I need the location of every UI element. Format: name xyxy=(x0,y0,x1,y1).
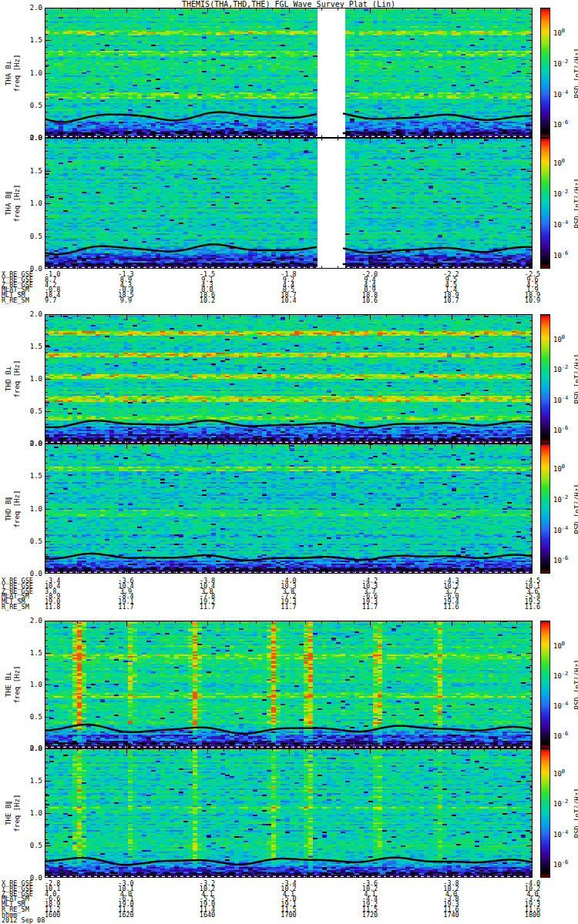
freq-tick-label: 0.5 xyxy=(25,233,42,240)
colorbar xyxy=(540,444,550,574)
y-axis-title: THD B⊥freq [Hz] xyxy=(5,333,23,425)
panel-the-bpar: THE B∥freq [Hz]2.01.51.00.50.010010-210-… xyxy=(0,748,578,878)
colorbar-tick-label: 10-4 xyxy=(553,829,568,839)
annotation-date-row: 2012 Sep 08 xyxy=(0,916,578,922)
annotation-value: 9.7 xyxy=(45,296,56,304)
colorbar-tick-label: 100 xyxy=(553,641,565,650)
freq-axis-label: freq [Hz] xyxy=(13,767,22,859)
annotation-value: 11.7 xyxy=(200,603,215,611)
annotation-value: 11.6 xyxy=(525,603,540,611)
freq-tick-label: 2.0 xyxy=(25,617,42,624)
freq-tick-label: 2.0 xyxy=(25,310,42,318)
colorbar-tick-label: 10-6 xyxy=(553,859,568,869)
colorbar-tick-label: 10-4 xyxy=(553,395,568,404)
colorbar-tick-label: 100 xyxy=(553,158,565,167)
colorbar-axis-label: PSD [nT²/Hz] xyxy=(573,38,578,108)
annotation-value: 9.9 xyxy=(120,296,132,304)
colorbar-tick-label: 100 xyxy=(553,334,565,343)
annotation-row: R_RE_SM11.811.711.711.711.711.611.6 xyxy=(0,603,578,608)
colorbar-tick-label: 10-4 xyxy=(553,219,568,229)
colorbar xyxy=(540,621,550,748)
annotation-row-label: R_RE_SM xyxy=(2,603,29,611)
freq-tick-label: 0.5 xyxy=(25,102,42,109)
sat-component-label: THA B∥ xyxy=(5,157,13,249)
panel-tha-bpar: THA B∥freq [Hz]2.01.51.00.50.010010-210-… xyxy=(0,138,578,269)
spectrogram-canvas xyxy=(45,8,533,138)
annotation-row: R_RE_SM9.79.910.210.410.610.710.9 xyxy=(0,296,578,302)
freq-axis-label: freq [Hz] xyxy=(13,638,22,731)
freq-tick-label: 2.0 xyxy=(25,134,42,142)
colorbar-tick-label: 10-6 xyxy=(553,425,568,434)
freq-tick-label: 1.5 xyxy=(25,167,42,175)
annotation-value: 11.6 xyxy=(443,603,459,611)
colorbar-tick-label: 10-6 xyxy=(553,119,568,129)
annotation-value: 11.7 xyxy=(118,603,133,611)
colorbar-tick-label: 10-2 xyxy=(553,364,568,373)
colorbar xyxy=(540,8,550,138)
spectrogram-canvas xyxy=(45,444,533,574)
freq-tick-label: 2.0 xyxy=(25,4,42,12)
colorbar-tick-label: 10-4 xyxy=(553,701,568,710)
colorbar-axis-label: PSD [nT²/Hz] xyxy=(573,169,578,238)
freq-tick-label: 1.0 xyxy=(25,505,42,513)
spectrogram-canvas xyxy=(45,748,533,878)
freq-tick-label: 0.5 xyxy=(25,842,42,849)
freq-axis-label: freq [Hz] xyxy=(13,27,22,119)
freq-tick-label: 1.0 xyxy=(25,809,42,817)
annotation-value: 10.2 xyxy=(200,296,215,304)
spectrogram-canvas xyxy=(45,621,533,748)
annotation-value: 11.7 xyxy=(281,603,296,611)
spectrogram-canvas xyxy=(45,138,533,269)
panel-the-bperp: THE B⊥freq [Hz]2.01.51.00.50.010010-210-… xyxy=(0,621,578,748)
colorbar-tick-label: 10-2 xyxy=(553,189,568,198)
colorbar-tick-label: 10-4 xyxy=(553,525,568,534)
sat-component-label: THE B⊥ xyxy=(5,638,13,731)
colorbar-tick-label: 10-2 xyxy=(553,59,568,68)
colorbar-tick-label: 100 xyxy=(553,28,565,37)
spectrogram-canvas xyxy=(45,314,533,444)
y-axis-title: THA B∥freq [Hz] xyxy=(5,157,23,249)
annotation-value: 10.4 xyxy=(281,296,296,304)
y-axis-title: THE B⊥freq [Hz] xyxy=(5,638,23,731)
freq-axis-label: freq [Hz] xyxy=(13,463,22,555)
colorbar-tick-label: 10-6 xyxy=(553,250,568,259)
y-axis-title: THE B∥freq [Hz] xyxy=(5,767,23,859)
sat-component-label: THD B∥ xyxy=(5,463,13,555)
freq-tick-label: 1.5 xyxy=(25,777,42,785)
colorbar-tick-label: 10-2 xyxy=(553,494,568,504)
freq-tick-label: 1.0 xyxy=(25,681,42,688)
freq-tick-label: 1.5 xyxy=(25,36,42,44)
colorbar xyxy=(540,314,550,444)
colorbar-axis-label: PSD [nT²/Hz] xyxy=(573,778,578,848)
freq-tick-label: 1.5 xyxy=(25,472,42,480)
y-axis-title: THA B⊥freq [Hz] xyxy=(5,27,23,119)
sat-component-label: THA B⊥ xyxy=(5,27,13,119)
freq-tick-label: 1.5 xyxy=(25,649,42,657)
freq-tick-label: 1.0 xyxy=(25,199,42,207)
colorbar-axis-label: PSD [nT²/Hz] xyxy=(573,344,578,413)
colorbar-axis-label: PSD [nT²/Hz] xyxy=(573,474,578,544)
colorbar xyxy=(540,748,550,878)
colorbar-tick-label: 100 xyxy=(553,768,565,778)
colorbar-tick-label: 100 xyxy=(553,464,565,473)
colorbar-tick-label: 10-2 xyxy=(553,798,568,808)
panel-thd-bperp: THD B⊥freq [Hz]2.01.51.00.50.010010-210-… xyxy=(0,314,578,444)
freq-tick-label: 0.5 xyxy=(25,407,42,415)
sat-component-label: THD B⊥ xyxy=(5,333,13,425)
sat-component-label: THE B∥ xyxy=(5,767,13,859)
annotation-value: 10.6 xyxy=(362,296,378,304)
freq-tick-label: 1.0 xyxy=(25,375,42,383)
date-label: 2012 Sep 08 xyxy=(2,916,45,924)
freq-tick-label: 0.5 xyxy=(25,537,42,545)
freq-tick-label: 1.0 xyxy=(25,69,42,77)
panel-tha-bperp: THA B⊥freq [Hz]2.01.51.00.50.010010-210-… xyxy=(0,8,578,138)
freq-axis-label: freq [Hz] xyxy=(13,157,22,249)
freq-tick-label: 1.5 xyxy=(25,343,42,350)
y-axis-title: THD B∥freq [Hz] xyxy=(5,463,23,555)
annotation-value: 10.7 xyxy=(443,296,459,304)
annotation-value: 11.7 xyxy=(362,603,378,611)
annotation-value: 11.8 xyxy=(45,603,60,611)
colorbar-tick-label: 10-2 xyxy=(553,671,568,680)
freq-tick-label: 0.5 xyxy=(25,713,42,721)
colorbar-tick-label: 10-4 xyxy=(553,89,568,99)
